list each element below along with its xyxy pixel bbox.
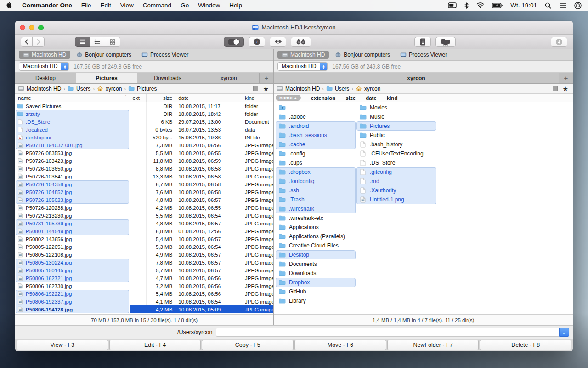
file-item[interactable]: .gitconfig — [356, 167, 436, 177]
file-row[interactable]: P50806-162730.jpg7,2 MB10.08.2015, 06:56… — [15, 282, 273, 290]
notification-center-icon[interactable] — [559, 3, 566, 8]
file-item[interactable]: Creative Cloud Files — [276, 241, 356, 250]
menu-edit[interactable]: Edit — [96, 2, 116, 9]
file-row[interactable]: P50726-104852.jpg7,6 MB10.08.2015, 06:58… — [15, 188, 273, 196]
left-favorite-macintosh-hd[interactable]: Macintosh HD — [19, 51, 70, 59]
file-item[interactable]: .CFUserTextEncoding — [356, 149, 436, 158]
fn-button-move[interactable]: Move - F6 — [294, 340, 386, 350]
menu-view[interactable]: View — [116, 2, 138, 9]
preview-eye-button[interactable] — [270, 37, 286, 47]
file-item[interactable]: Library — [276, 296, 356, 305]
right-crumb-macintosh-hd[interactable]: Macintosh HD› — [277, 86, 324, 92]
left-tab-pictures[interactable]: Pictures — [76, 73, 137, 83]
file-row[interactable]: desktop.ini520 by...15.08.2015, 19:36INI… — [15, 133, 273, 141]
left-tab-xyrcon[interactable]: xyrcon — [198, 73, 260, 83]
fn-button-copy[interactable]: Copy - F5 — [202, 340, 294, 350]
file-item[interactable]: Public — [356, 131, 436, 140]
file-row[interactable]: P50806-162721.jpg4,7 MB10.08.2015, 06:56… — [15, 274, 273, 282]
column-kind[interactable]: kind — [377, 95, 398, 101]
file-row[interactable]: .DS_Store6 KB29.07.2015, 13:00Document — [15, 118, 273, 126]
file-item[interactable]: .android — [276, 121, 356, 131]
left-crumb-pictures[interactable]: Pictures — [128, 86, 157, 92]
file-item[interactable]: .cups — [276, 158, 356, 167]
dual-pane-toggle[interactable] — [224, 37, 244, 47]
file-item[interactable]: .wireshark — [276, 204, 356, 213]
column-kind[interactable]: kind — [237, 94, 273, 102]
file-row[interactable]: P50806-192221.jpg5,4 MB10.08.2015, 06:56… — [15, 290, 273, 298]
column-ext[interactable]: ext — [130, 94, 147, 102]
column-size[interactable]: size — [147, 94, 175, 102]
file-item[interactable]: .Xauthority — [356, 186, 436, 195]
magnet-icon[interactable] — [574, 2, 582, 9]
column-extension[interactable]: extension — [301, 95, 336, 101]
file-item[interactable]: Music — [356, 112, 436, 121]
file-row[interactable]: P50726-083553.jpg5,5 MB10.08.2015, 06:55… — [15, 149, 273, 157]
file-row[interactable]: P50726-104358.jpg6,7 MB10.08.2015, 06:58… — [15, 180, 273, 188]
grid-view-button[interactable] — [105, 37, 120, 47]
display-icon[interactable] — [448, 2, 457, 8]
file-item[interactable]: .wireshark-etc — [276, 213, 356, 223]
right-favorite-process-viewer[interactable]: Process Viewer — [396, 51, 451, 59]
file-item[interactable]: Downloads — [276, 269, 356, 278]
file-row[interactable]: Saved PicturesDIR10.08.2015, 11:17folder — [15, 102, 273, 110]
file-row[interactable]: P50731-195739.jpg4,8 MB10.08.2015, 06:57… — [15, 219, 273, 227]
network-folder-button[interactable] — [435, 37, 456, 47]
menu-window[interactable]: Window — [193, 2, 225, 9]
right-tab-xyrcon[interactable]: xyrcon — [274, 73, 559, 83]
file-item[interactable]: .rnd — [356, 177, 436, 186]
menu-command[interactable]: Command — [138, 2, 176, 9]
right-crumb-xyrcon[interactable]: xyrcon — [356, 86, 380, 92]
fn-button-edit[interactable]: Edit - F4 — [109, 340, 201, 350]
file-row[interactable]: P50726-120238.jpg4,2 MB10.08.2015, 06:55… — [15, 204, 273, 212]
left-tab-desktop[interactable]: Desktop — [15, 73, 76, 83]
file-row[interactable]: P50802-143656.jpg5,4 MB10.08.2015, 06:57… — [15, 235, 273, 243]
file-item[interactable]: .bash_sessions — [276, 131, 356, 140]
file-item[interactable]: Movies — [356, 103, 436, 112]
file-item[interactable]: .ssh — [276, 186, 356, 195]
left-crumb-xyrcon[interactable]: xyrcon› — [97, 86, 126, 92]
archive-button[interactable] — [414, 37, 431, 47]
column-name[interactable]: nameˆ — [15, 94, 130, 102]
download-button[interactable] — [551, 37, 567, 47]
column-date[interactable]: date — [175, 94, 237, 102]
apple-menu[interactable] — [6, 2, 13, 9]
file-item[interactable]: Documents — [276, 259, 356, 269]
bluetooth-icon[interactable] — [464, 2, 469, 9]
file-item[interactable]: .DS_Store — [356, 158, 436, 167]
left-tab-downloads[interactable]: Downloads — [137, 73, 198, 83]
left-crumb-macintosh-hd[interactable]: Macintosh HD› — [18, 86, 65, 92]
file-row[interactable]: P50718-194032-001.jpg7,3 MB10.08.2015, 0… — [15, 141, 273, 149]
left-favorite-process-viewer[interactable]: Process Viewer — [137, 51, 192, 59]
menu-help[interactable]: Help — [225, 2, 247, 9]
title-bar[interactable]: Macintosh HD/Users/xyrcon — [15, 21, 573, 34]
left-new-tab-button[interactable]: + — [260, 73, 273, 83]
column-name[interactable]: name▲ — [276, 95, 301, 101]
file-row[interactable]: P50726-103423.jpg11,8 MB10.08.2015, 06:5… — [15, 157, 273, 165]
file-item[interactable]: Dropbox — [276, 278, 356, 287]
fn-button-delete[interactable]: Delete - F8 — [480, 340, 571, 350]
file-row[interactable]: zrzutyDIR18.08.2015, 18:42folder — [15, 110, 273, 118]
right-favorite-macintosh-hd[interactable]: Macintosh HD — [277, 51, 329, 59]
forward-button[interactable] — [33, 37, 45, 47]
file-row[interactable]: P50805-122051.jpg5,3 MB10.08.2015, 06:54… — [15, 243, 273, 251]
left-crumb-users[interactable]: Users› — [68, 86, 95, 92]
command-input[interactable] — [216, 328, 559, 337]
file-item[interactable]: Desktop — [276, 250, 356, 259]
file-row[interactable]: P50806-192337.jpg4,1 MB10.08.2015, 06:54… — [15, 298, 273, 305]
file-item[interactable]: .adobe — [276, 112, 356, 121]
back-button[interactable] — [21, 37, 33, 47]
file-row[interactable]: P50726-103841.jpg13,3 MB10.08.2015, 06:5… — [15, 172, 273, 180]
menu-clock[interactable]: Wt. 19:01 — [510, 2, 537, 9]
file-row[interactable]: P50805-130224.jpg7,8 MB10.08.2015, 06:57… — [15, 259, 273, 266]
file-row[interactable]: .localized0 bytes16.07.2015, 13:53data — [15, 126, 273, 133]
file-item[interactable]: .fontconfig — [276, 177, 356, 186]
file-item[interactable]: Applications (Parallels) — [276, 232, 356, 241]
left-drive-select[interactable]: Macintosh HD▲▼ — [19, 62, 69, 71]
right-favorite-star-button[interactable]: ★ — [562, 86, 568, 92]
file-item[interactable]: .. — [276, 103, 356, 112]
left-pane-options-button[interactable] — [253, 86, 258, 91]
file-item[interactable]: .cache — [276, 140, 356, 149]
list-view-button[interactable] — [75, 37, 90, 47]
wifi-icon[interactable] — [476, 2, 484, 8]
right-new-tab-button[interactable]: + — [559, 73, 573, 83]
